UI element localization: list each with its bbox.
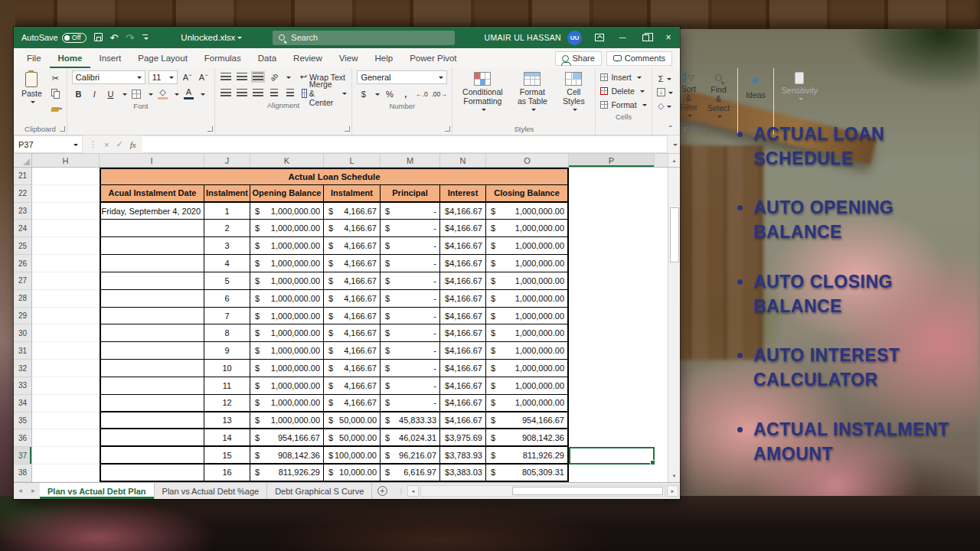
share-button[interactable]: Share (555, 51, 601, 66)
cell-interest[interactable]: $4,166.67 (440, 360, 486, 377)
header-interest[interactable]: Interest (440, 185, 486, 203)
cell-instalment-number[interactable]: 16 (204, 465, 250, 482)
cell-h[interactable] (32, 290, 100, 308)
font-size-select[interactable]: 11 (149, 70, 178, 84)
menu-tab[interactable]: File (18, 48, 50, 68)
row-header[interactable]: 38 (14, 465, 32, 482)
cell-instalment-number[interactable]: 7 (204, 308, 250, 325)
cell-principal[interactable]: $- (381, 255, 440, 272)
search-box[interactable]: Search (273, 31, 455, 45)
cell-instalment-amount[interactable]: $4,166.67 (324, 342, 381, 360)
row-header[interactable]: 26 (14, 255, 32, 272)
borders-button[interactable] (130, 87, 143, 100)
cell-principal[interactable]: $- (381, 220, 440, 237)
cell-p[interactable] (569, 342, 655, 360)
autosave-toggle[interactable]: AutoSave Off (21, 33, 87, 43)
cell-interest[interactable]: $4,166.67 (440, 395, 486, 412)
header-opening-balance[interactable]: Opening Balance (250, 185, 324, 203)
sensitivity-button[interactable]: Sensitivity (779, 70, 821, 103)
formula-input[interactable] (142, 135, 668, 153)
menu-tab[interactable]: Data (250, 48, 285, 68)
cell-closing-balance[interactable]: $1,000,000.00 (486, 255, 569, 272)
cell-instalment-date[interactable] (100, 220, 204, 237)
cell-closing-balance[interactable]: $908,142.36 (486, 429, 569, 447)
percent-style-button[interactable]: % (383, 87, 396, 100)
cell-instalment-amount[interactable]: $50,000.00 (324, 412, 381, 430)
cell-h[interactable] (32, 255, 100, 272)
cell-opening-balance[interactable]: $1,000,000.00 (250, 324, 324, 342)
cell-instalment-number[interactable]: 15 (204, 447, 250, 465)
prev-sheet-button[interactable]: ◄ (14, 483, 27, 499)
cell-instalment-amount[interactable]: $4,166.67 (324, 290, 381, 308)
cell-opening-balance[interactable]: $1,000,000.00 (250, 272, 324, 290)
dialog-launcher-icon[interactable] (207, 126, 213, 132)
cell-p[interactable] (569, 377, 655, 395)
top-align-button[interactable] (220, 70, 233, 83)
sort-filter-button[interactable]: AZ▽ Sort & Filter (677, 70, 701, 119)
cell-interest[interactable]: $4,166.67 (440, 342, 486, 360)
row-header[interactable]: 37 (14, 447, 32, 465)
document-title[interactable]: Unlocked.xlsx (181, 33, 242, 42)
menu-tab[interactable]: Page Layout (129, 48, 196, 68)
cell-closing-balance[interactable]: $1,000,000.00 (486, 324, 569, 342)
scroll-right-button[interactable]: ► (667, 485, 678, 497)
conditional-formatting-button[interactable]: Conditional Formatting (457, 70, 508, 113)
cell-p[interactable] (569, 324, 655, 342)
font-color-button[interactable]: A (182, 87, 195, 100)
cell-p[interactable] (569, 168, 655, 185)
font-name-select[interactable]: Calibri (72, 70, 145, 84)
italic-button[interactable]: I (88, 87, 101, 100)
clear-button[interactable]: ◇ (657, 99, 673, 112)
cell-instalment-amount[interactable]: $4,166.67 (324, 203, 381, 220)
copy-button[interactable] (49, 87, 62, 100)
cell-interest[interactable]: $3,383.03 (440, 465, 486, 482)
cell-interest[interactable]: $3,975.69 (440, 429, 486, 447)
cell-instalment-date[interactable] (100, 429, 204, 447)
row-header[interactable]: 29 (14, 308, 32, 325)
cell-p[interactable] (569, 290, 655, 308)
cell-instalment-number[interactable]: 4 (204, 255, 250, 272)
save-button[interactable] (94, 33, 103, 43)
cell-p[interactable] (569, 255, 655, 272)
cell-opening-balance[interactable]: $1,000,000.00 (250, 255, 324, 272)
horizontal-scroll-thumb[interactable] (512, 487, 663, 495)
cell-principal[interactable]: $- (381, 324, 440, 342)
row-header[interactable]: 33 (14, 377, 32, 395)
tab-split-handle[interactable]: ⋮ (397, 487, 406, 495)
cell-h[interactable] (32, 272, 100, 290)
cell-instalment-number[interactable]: 14 (204, 429, 250, 447)
menu-tab[interactable]: Help (367, 48, 402, 68)
header-instalment[interactable]: Instalment (204, 185, 250, 203)
cell-closing-balance[interactable]: $1,000,000.00 (486, 308, 569, 325)
row-header[interactable]: 24 (14, 220, 32, 237)
header-closing-balance[interactable]: Closing Balance (486, 185, 569, 203)
undo-button[interactable]: ↶ (110, 33, 119, 43)
cell-instalment-number[interactable]: 10 (204, 360, 250, 377)
cell-opening-balance[interactable]: $1,000,000.00 (250, 395, 324, 412)
cell-instalment-date[interactable] (100, 308, 204, 325)
cell-principal[interactable]: $- (381, 272, 440, 290)
cell-interest[interactable]: $4,166.67 (440, 255, 486, 272)
cell-p[interactable] (569, 272, 655, 290)
cell-instalment-amount[interactable]: $4,166.67 (324, 308, 381, 325)
cell-h[interactable] (32, 412, 100, 430)
menu-tab[interactable]: View (331, 48, 367, 68)
cell-instalment-date[interactable] (100, 324, 204, 342)
cell-closing-balance[interactable]: $811,926.29 (486, 447, 569, 465)
cell-principal[interactable]: $- (381, 308, 440, 325)
column-header[interactable]: N (440, 154, 486, 167)
cell-h[interactable] (32, 447, 100, 465)
insert-cells-button[interactable]: Insert (600, 70, 646, 83)
new-sheet-button[interactable]: + (372, 483, 392, 499)
cell-opening-balance[interactable]: $954,166.67 (250, 429, 324, 447)
scroll-up-button[interactable]: ▲ (668, 154, 680, 167)
decrease-indent-button[interactable] (268, 86, 281, 99)
sheet-tab[interactable]: Plan vs Actual Debt Plan (40, 483, 155, 499)
cell-instalment-number[interactable]: 11 (204, 377, 250, 395)
insert-function-button[interactable]: fx (130, 140, 136, 149)
cell-opening-balance[interactable]: $1,000,000.00 (250, 203, 324, 220)
cell-opening-balance[interactable]: $1,000,000.00 (250, 308, 324, 325)
cell-principal[interactable]: $96,216.07 (381, 447, 440, 465)
menu-tab[interactable]: Home (50, 48, 91, 68)
cell-opening-balance[interactable]: $1,000,000.00 (250, 377, 324, 395)
